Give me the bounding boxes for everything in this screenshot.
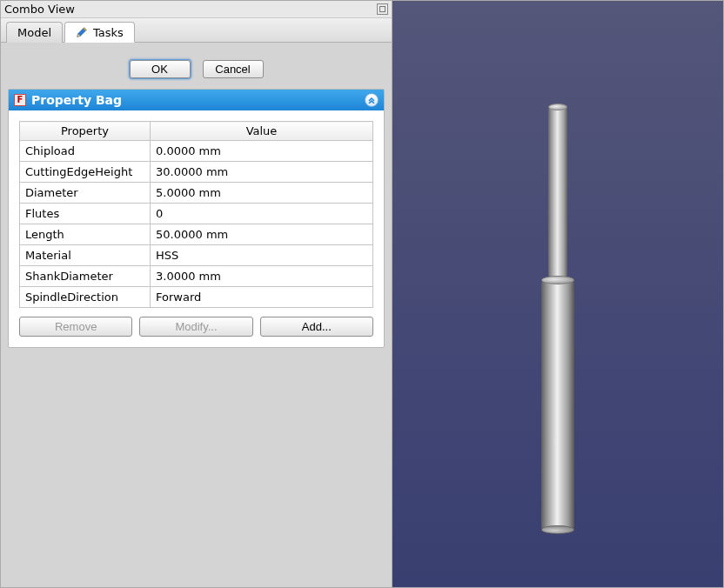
property-table: Property Value Chipload 0.0000 mm Cuttin…	[19, 121, 373, 308]
modify-button[interactable]: Modify...	[139, 317, 252, 337]
prop-name: Flutes	[20, 204, 151, 224]
undock-icon[interactable]	[377, 3, 388, 15]
prop-value[interactable]: HSS	[151, 245, 373, 266]
table-row[interactable]: ShankDiameter 3.0000 mm	[20, 266, 373, 287]
tasks-content: OK Cancel F Property Bag P	[1, 43, 392, 587]
cancel-button[interactable]: Cancel	[203, 60, 264, 78]
prop-value[interactable]: Forward	[151, 287, 373, 308]
collapse-icon[interactable]	[365, 93, 379, 107]
prop-value[interactable]: 0	[151, 204, 373, 224]
3d-viewport[interactable]	[392, 1, 723, 587]
tab-model[interactable]: Model	[6, 22, 63, 43]
add-button[interactable]: Add...	[260, 317, 373, 337]
ok-button[interactable]: OK	[130, 60, 191, 78]
tab-bar: Model Tasks	[1, 18, 392, 43]
tab-tasks[interactable]: Tasks	[64, 22, 135, 43]
combo-view-pane: Combo View Model Tasks OK Cancel	[1, 1, 392, 587]
titlebar: Combo View	[1, 1, 392, 18]
header-value[interactable]: Value	[151, 122, 373, 141]
prop-value[interactable]: 0.0000 mm	[151, 141, 373, 162]
tool-shank	[548, 105, 567, 279]
prop-value[interactable]: 3.0000 mm	[151, 266, 373, 287]
tool-body	[541, 279, 574, 531]
table-row[interactable]: Flutes 0	[20, 204, 373, 224]
prop-value[interactable]: 5.0000 mm	[151, 183, 373, 204]
table-row[interactable]: Length 50.0000 mm	[20, 224, 373, 245]
panel-body: Property Value Chipload 0.0000 mm Cuttin…	[9, 110, 384, 347]
tool-model	[541, 105, 574, 531]
table-row[interactable]: Diameter 5.0000 mm	[20, 183, 373, 204]
table-row[interactable]: Material HSS	[20, 245, 373, 266]
prop-name: CuttingEdgeHeight	[20, 162, 151, 183]
dialog-button-row: OK Cancel	[8, 50, 385, 89]
panel-title: Property Bag	[31, 93, 122, 107]
pencil-icon	[76, 26, 88, 38]
table-row[interactable]: SpindleDirection Forward	[20, 287, 373, 308]
tab-model-label: Model	[17, 26, 51, 39]
freecad-icon: F	[14, 94, 26, 106]
prop-name: Length	[20, 224, 151, 245]
remove-button[interactable]: Remove	[19, 317, 132, 337]
prop-name: ShankDiameter	[20, 266, 151, 287]
prop-name: SpindleDirection	[20, 287, 151, 308]
table-row[interactable]: CuttingEdgeHeight 30.0000 mm	[20, 162, 373, 183]
header-property[interactable]: Property	[20, 122, 151, 141]
prop-value[interactable]: 50.0000 mm	[151, 224, 373, 245]
panel-header[interactable]: F Property Bag	[9, 90, 384, 110]
title-text: Combo View	[4, 3, 75, 16]
property-bag-panel: F Property Bag Property Value	[8, 89, 385, 348]
prop-name: Material	[20, 245, 151, 266]
table-row[interactable]: Chipload 0.0000 mm	[20, 141, 373, 162]
prop-name: Diameter	[20, 183, 151, 204]
property-button-row: Remove Modify... Add...	[19, 317, 373, 337]
tab-tasks-label: Tasks	[93, 26, 124, 39]
prop-name: Chipload	[20, 141, 151, 162]
prop-value[interactable]: 30.0000 mm	[151, 162, 373, 183]
